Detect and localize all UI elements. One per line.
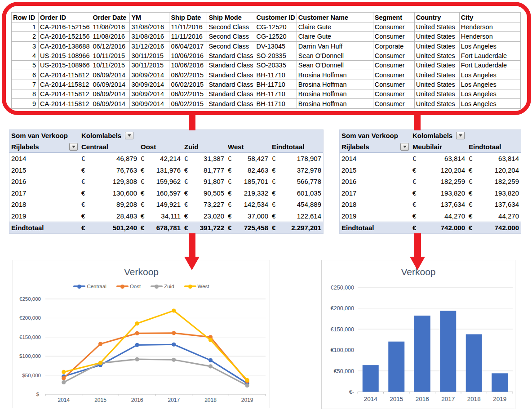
pivot-row-labels-cell: Rijlabels xyxy=(9,141,80,153)
table-cell: 06/09/2014 xyxy=(91,89,130,99)
table-cell: Consumer xyxy=(373,89,414,99)
table-cell: 5 xyxy=(12,61,39,70)
table-cell: 06/02/2015 xyxy=(169,89,207,99)
table-cell: Second Class xyxy=(207,41,255,51)
grand-total-label: Eindtotaal xyxy=(340,222,411,233)
column-header: Ship Mode xyxy=(207,13,255,22)
data-point xyxy=(172,308,176,312)
table-cell: 06/09/2014 xyxy=(91,70,130,80)
column-labels-label: Kolomlabels xyxy=(412,132,452,139)
table-cell: Standard Class xyxy=(207,89,255,99)
currency-symbol: € xyxy=(228,201,231,208)
x-axis-label: 2015 xyxy=(390,396,403,402)
data-point xyxy=(98,361,102,365)
y-axis-label: €250,000 xyxy=(19,296,41,302)
pivot-value: 601,035 xyxy=(297,189,321,197)
table-cell: Los Angeles xyxy=(459,80,520,89)
currency-symbol: € xyxy=(469,189,472,197)
row-labels-filter-button[interactable] xyxy=(69,143,78,151)
table-cell: 30/09/2014 xyxy=(130,99,169,108)
pivot-value: 137,634 xyxy=(441,201,465,208)
pivot-value: 142,534 xyxy=(244,201,268,208)
pivot-value: 182,259 xyxy=(495,178,519,185)
column-labels-filter-button[interactable] xyxy=(125,132,133,139)
column-header: Row ID xyxy=(12,13,39,22)
currency-symbol: € xyxy=(412,189,416,197)
pivot-column-header: West xyxy=(226,141,270,153)
data-point xyxy=(62,380,66,384)
currency-symbol: € xyxy=(184,212,188,220)
table-cell: 10/11/2015 xyxy=(91,51,130,60)
bar-chart-svg: €250,000€200,000€150,000€100,000€50,000€… xyxy=(322,260,516,410)
currency-symbol: € xyxy=(412,212,416,220)
pivot-value: 23,020 xyxy=(204,212,224,220)
currency-symbol: € xyxy=(272,224,275,232)
column-labels-filter-button[interactable] xyxy=(456,132,465,139)
column-header: Country xyxy=(414,13,459,22)
table-cell: CA-2016-152156 xyxy=(39,32,91,41)
pivot-table-category: Som van VerkoopKolomlabelsRijlabelsMeubi… xyxy=(339,129,521,234)
table-cell: 30/11/2015 xyxy=(130,51,169,60)
column-labels-label: Kolomlabels xyxy=(81,132,121,139)
pivot-value: 89,208 xyxy=(116,201,137,208)
currency-symbol: € xyxy=(412,201,416,208)
pivot-column-header: Meubilair xyxy=(411,141,467,153)
table-cell: US-2015-108966 xyxy=(39,61,91,70)
pivot-value: 73,227 xyxy=(204,201,224,208)
y-axis-label: €250,000 xyxy=(331,285,354,291)
table-cell: Standard Class xyxy=(207,99,255,108)
table-row: 8CA-2014-11581206/09/201430/09/201406/02… xyxy=(12,89,521,99)
table-cell: 2 xyxy=(12,32,39,41)
chevron-down-icon xyxy=(459,134,462,137)
y-axis-label: $50,000 xyxy=(22,373,41,378)
pivot-value-cell: €149,921 xyxy=(139,199,182,210)
column-header: YM xyxy=(130,13,169,22)
currency-symbol: € xyxy=(272,212,275,220)
table-cell: 30/09/2014 xyxy=(130,80,169,89)
currency-symbol: € xyxy=(469,166,472,174)
row-labels-filter-button[interactable] xyxy=(400,143,409,151)
column-header: Segment xyxy=(373,13,414,22)
currency-symbol: € xyxy=(81,201,85,208)
data-point xyxy=(208,364,213,368)
currency-symbol: € xyxy=(81,189,85,197)
y-axis-label: €150,000 xyxy=(19,334,41,340)
pivot-row-label: 2014 xyxy=(340,153,411,165)
table-cell: Claire Gute xyxy=(297,22,373,32)
table-cell: US-2015-108966 xyxy=(39,51,91,60)
table-cell: 10/06/2016 xyxy=(169,51,207,60)
pivot-value: 137,634 xyxy=(495,201,519,208)
currency-symbol: € xyxy=(228,189,231,197)
currency-symbol: € xyxy=(469,178,472,185)
table-row: 5US-2015-10896610/11/201530/11/201510/06… xyxy=(12,61,521,70)
table-cell: United States xyxy=(414,80,459,89)
currency-symbol: € xyxy=(272,166,275,174)
row-labels-label: Rijlabels xyxy=(11,143,39,151)
pivot-value-cell: €142,534 xyxy=(226,199,270,210)
x-axis-label: 2019 xyxy=(493,396,506,402)
pivot-value-cell: €129,308 xyxy=(80,176,139,187)
table-cell: 6 xyxy=(12,70,39,80)
pivot-measure-label: Som van Verkoop xyxy=(9,130,80,141)
currency-symbol: € xyxy=(141,224,144,232)
pivot-row-label: 2015 xyxy=(340,165,411,176)
column-header: Order ID xyxy=(39,13,91,22)
pivot-value: 501,240 xyxy=(113,224,137,232)
table-cell: 06/09/2014 xyxy=(91,99,130,108)
table-cell: 4 xyxy=(12,51,39,60)
series-path xyxy=(64,359,247,385)
source-table-header: Row IDOrder IDOrder DateYMShip DateShip … xyxy=(12,13,521,22)
currency-symbol: € xyxy=(184,166,188,174)
grand-total-label: Eindtotaal xyxy=(9,222,80,233)
currency-symbol: € xyxy=(141,212,144,220)
table-cell: CA-2014-115812 xyxy=(39,80,91,89)
currency-symbol: € xyxy=(184,201,188,208)
table-cell: Standard Class xyxy=(207,51,255,60)
column-header: Customer Name xyxy=(297,13,373,22)
table-cell: 06/02/2015 xyxy=(169,80,207,89)
pivot-row-label: 2016 xyxy=(9,176,80,187)
currency-symbol: € xyxy=(412,224,416,232)
table-cell: Darrin Van Huff xyxy=(297,41,373,51)
pivot-value: 28,483 xyxy=(116,212,137,220)
table-cell: 30/09/2014 xyxy=(130,89,169,99)
